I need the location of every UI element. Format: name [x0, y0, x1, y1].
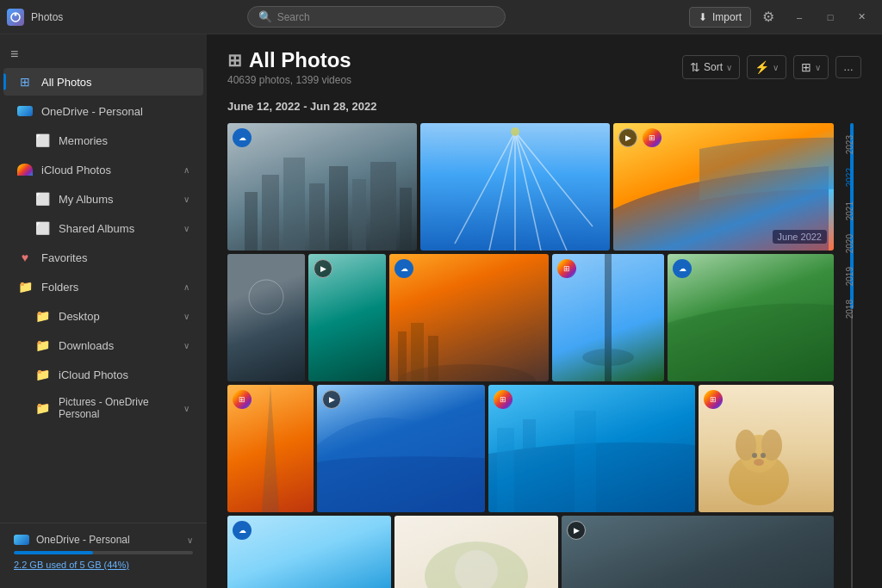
- svg-rect-17: [227, 254, 305, 381]
- heart-icon: ♥: [17, 250, 33, 265]
- svg-rect-26: [523, 419, 536, 512]
- maximize-button[interactable]: □: [817, 5, 844, 29]
- year-2019[interactable]: 2019: [845, 263, 854, 292]
- photo-item[interactable]: ⊞: [488, 385, 695, 512]
- sidebar-item-memories[interactable]: ⬜ Memories: [3, 127, 203, 154]
- photo-item[interactable]: [420, 123, 610, 251]
- svg-point-24: [582, 349, 634, 366]
- downloads-chevron: ∨: [183, 341, 189, 350]
- storage-fill: [14, 551, 93, 554]
- svg-line-10: [455, 132, 515, 244]
- minimize-button[interactable]: –: [786, 5, 813, 29]
- svg-rect-7: [352, 179, 366, 251]
- search-bar[interactable]: 🔍: [247, 6, 506, 28]
- photo-item[interactable]: [227, 254, 305, 381]
- sidebar-item-all-photos[interactable]: ⊞ All Photos: [3, 68, 203, 96]
- filter-icon: ⚡: [755, 60, 769, 74]
- photo-item[interactable]: ⊞: [552, 254, 664, 381]
- import-button[interactable]: ⬇ Import: [689, 7, 751, 28]
- photo-item[interactable]: ⊞: [699, 385, 834, 512]
- hamburger-menu[interactable]: ≡: [0, 41, 207, 67]
- titlebar: Photos 🔍 ⬇ Import ⚙ – □ ✕: [0, 0, 882, 34]
- sidebar-item-onedrive[interactable]: OneDrive - Personal: [3, 97, 203, 125]
- sidebar-item-icloud-folder[interactable]: 📁 iCloud Photos: [3, 361, 203, 388]
- photo-row-2: ▶ ☁: [227, 254, 834, 381]
- photo-item[interactable]: ▶: [562, 516, 834, 588]
- photo-item[interactable]: ☁: [668, 254, 834, 381]
- sort-icon: ⇅: [690, 60, 700, 74]
- sidebar-item-favorites[interactable]: ♥ Favorites: [3, 244, 203, 271]
- date-section: June 12, 2022 - Jun 28, 2022: [207, 93, 882, 123]
- svg-line-14: [515, 132, 567, 251]
- svg-point-34: [754, 459, 764, 466]
- svg-rect-2: [245, 192, 258, 251]
- svg-rect-4: [283, 158, 305, 251]
- titlebar-left: Photos: [7, 9, 63, 26]
- photo-item[interactable]: [394, 516, 558, 588]
- main-content: ⊞ All Photos 40639 photos, 1399 videos ⇅…: [207, 34, 882, 588]
- photo-item[interactable]: ▶: [308, 254, 386, 381]
- photo-row-1: ☁: [227, 123, 834, 251]
- desktop-icon: 📁: [34, 308, 50, 324]
- page-title: ⊞ All Photos: [227, 48, 351, 72]
- photos-area[interactable]: ☁: [207, 123, 882, 588]
- desktop-chevron: ∨: [183, 312, 189, 321]
- icloud-folder-icon: 📁: [34, 367, 50, 382]
- photo-row-4: ☁ ▶: [227, 516, 834, 588]
- svg-point-32: [752, 453, 757, 458]
- svg-rect-27: [575, 411, 596, 512]
- view-chevron: ∨: [815, 63, 821, 72]
- search-icon: 🔍: [258, 10, 272, 23]
- search-input[interactable]: [277, 11, 494, 23]
- svg-line-15: [515, 132, 593, 226]
- svg-line-13: [515, 132, 541, 251]
- photo-item[interactable]: ▶ ⊞ June 2022: [613, 123, 834, 251]
- icloud-chevron: ∧: [183, 165, 189, 175]
- onedrive-footer-title: OneDrive - Personal ∨: [14, 534, 193, 546]
- sidebar-item-icloud[interactable]: iCloud Photos ∧: [3, 156, 203, 183]
- pictures-chevron: ∨: [183, 404, 189, 413]
- svg-point-33: [761, 453, 766, 458]
- sort-button[interactable]: ⇅ Sort ∨: [682, 55, 740, 79]
- date-range: June 12, 2022 - Jun 28, 2022: [227, 100, 376, 113]
- filter-chevron: ∨: [773, 63, 779, 72]
- year-2021[interactable]: 2021: [845, 198, 854, 226]
- sidebar-item-desktop[interactable]: 📁 Desktop ∨: [3, 302, 203, 330]
- photo-item[interactable]: ☁: [227, 123, 417, 251]
- year-2022[interactable]: 2022: [845, 164, 854, 193]
- photo-item[interactable]: ⊞: [227, 385, 314, 512]
- icloud-icon: [17, 162, 33, 177]
- titlebar-right: ⬇ Import ⚙ – □ ✕: [689, 5, 875, 29]
- sort-chevron: ∨: [726, 63, 732, 72]
- onedrive-chevron: ∨: [187, 535, 193, 545]
- year-2018[interactable]: 2018: [845, 296, 854, 325]
- import-icon: ⬇: [699, 11, 707, 23]
- all-photos-icon: ⊞: [17, 74, 33, 90]
- year-2020[interactable]: 2020: [845, 231, 854, 259]
- page-title-icon: ⊞: [227, 50, 242, 71]
- photo-item[interactable]: ▶: [317, 385, 485, 512]
- sidebar-item-folders[interactable]: 📁 Folders ∧: [3, 273, 203, 300]
- grid-icon: ⊞: [801, 60, 811, 74]
- photos-count: 40639 photos, 1399 videos: [227, 74, 351, 86]
- photo-item[interactable]: ☁: [227, 516, 391, 588]
- view-button[interactable]: ⊞ ∨: [793, 55, 829, 79]
- more-button[interactable]: …: [835, 56, 861, 78]
- my-albums-icon: ⬜: [34, 191, 50, 207]
- onedrive-footer: OneDrive - Personal ∨ 2.2 GB used of 5 G…: [0, 523, 207, 581]
- sidebar-item-pictures[interactable]: 📁 Pictures - OneDrive Personal ∨: [3, 390, 203, 426]
- memories-icon: ⬜: [34, 133, 50, 148]
- storage-text[interactable]: 2.2 GB used of 5 GB (44%): [14, 560, 129, 570]
- content-header-right: ⇅ Sort ∨ ⚡ ∨ ⊞ ∨ …: [682, 55, 861, 79]
- photo-item[interactable]: ☁: [389, 254, 549, 381]
- close-button[interactable]: ✕: [848, 5, 875, 29]
- settings-button[interactable]: ⚙: [755, 5, 782, 29]
- sidebar-item-downloads[interactable]: 📁 Downloads ∨: [3, 331, 203, 359]
- year-2023[interactable]: 2023: [845, 132, 854, 160]
- downloads-icon: 📁: [34, 337, 50, 353]
- svg-rect-5: [309, 183, 325, 251]
- svg-point-1: [15, 13, 17, 15]
- filter-button[interactable]: ⚡ ∨: [747, 55, 786, 79]
- sidebar-item-shared-albums[interactable]: ⬜ Shared Albums ∨: [3, 214, 203, 242]
- sidebar-item-my-albums[interactable]: ⬜ My Albums ∨: [3, 185, 203, 213]
